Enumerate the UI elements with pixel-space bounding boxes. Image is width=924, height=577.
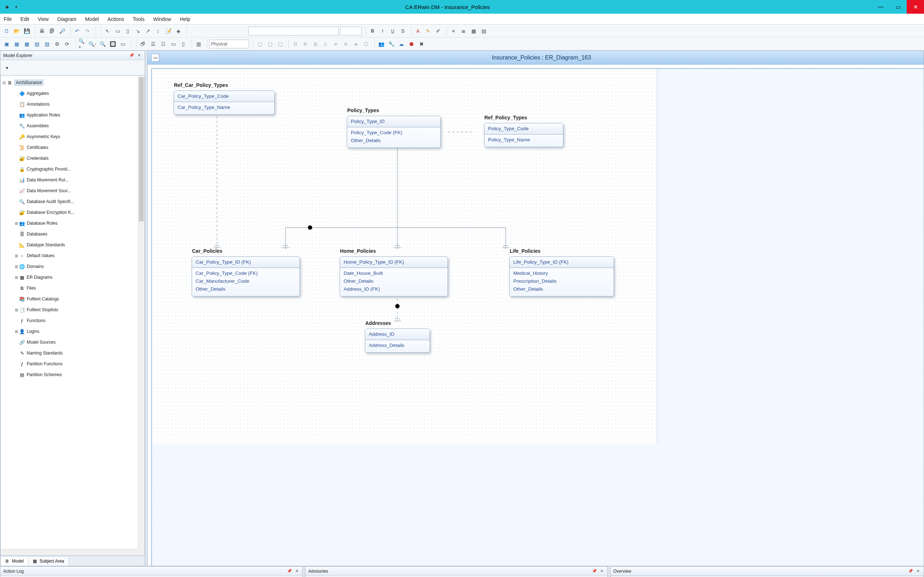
tree-expander[interactable]: ⊞ <box>14 308 19 312</box>
tree-expander[interactable]: ⊟ <box>2 81 6 85</box>
tree-expander[interactable]: ⊞ <box>14 329 19 334</box>
tree-node[interactable]: 🔐Credentials <box>2 153 144 164</box>
grid-icon[interactable]: ▤ <box>479 27 488 35</box>
diagram-menu-icon[interactable]: ▭ <box>151 54 159 62</box>
db-icon-7[interactable]: ⎈ <box>352 40 360 48</box>
minimize-button[interactable]: — <box>872 0 889 14</box>
tree-node[interactable]: 🗄Databases <box>2 229 144 239</box>
window-2-icon[interactable]: ▯ <box>179 40 188 48</box>
tile-h-icon[interactable]: ☰ <box>149 40 157 48</box>
tree-node[interactable]: ✎Naming Standards <box>2 348 144 358</box>
tree-node[interactable]: 📜Certificates <box>2 142 144 153</box>
line-style-icon[interactable]: ≣ <box>459 27 468 35</box>
new-icon[interactable]: 🗋 <box>2 27 11 35</box>
tree-scrollbar-h[interactable] <box>1 549 138 555</box>
entity-life-policies[interactable]: Life_Policies Life_Policy_Type_ID (FK) M… <box>509 256 614 297</box>
tree-node[interactable]: 🔒Cryptographic Provid... <box>2 164 144 174</box>
tree-node[interactable]: ⊞👤Logins <box>2 326 144 337</box>
tree-node[interactable]: ƒPartition Functions <box>2 358 144 369</box>
tree-node[interactable]: 📊Data Movement Rul... <box>2 174 144 185</box>
display-level-icon[interactable]: ▣ <box>2 40 11 48</box>
zoom-100-icon[interactable]: 🔲 <box>108 40 117 48</box>
tile-v-icon[interactable]: ☷ <box>159 40 168 48</box>
model-level-combo[interactable]: Physical <box>209 40 249 48</box>
window-1-icon[interactable]: ▭ <box>169 40 178 48</box>
tree-node[interactable]: ⊞▦ER Diagrams <box>2 272 144 283</box>
db-icon-1[interactable]: ⎙ <box>291 40 300 48</box>
entity-ref-policy-types[interactable]: Ref_Policy_Types Policy_Type_Code Policy… <box>484 123 564 147</box>
tree-node[interactable]: 📐Datatype Standards <box>2 239 144 250</box>
qat-icon-1[interactable]: ▾ <box>13 3 19 10</box>
line-color-icon[interactable]: ✐ <box>434 27 443 35</box>
tree-node[interactable]: 📈Data Movement Sour... <box>2 185 144 196</box>
fe-icon-3[interactable]: ▢ <box>276 40 284 48</box>
tree-node[interactable]: ⊞🌐Domains <box>2 261 144 272</box>
pin-icon[interactable]: 📌 <box>129 53 135 58</box>
entity-icon[interactable]: ▭ <box>113 27 122 35</box>
zoom-fit-icon[interactable]: 🔍 <box>98 40 107 48</box>
db-icon-4[interactable]: ⎌ <box>321 40 330 48</box>
tree-node[interactable]: 📋Annotations <box>2 99 144 110</box>
tree-node[interactable]: 📚Fulltext Catalogs <box>2 293 144 305</box>
db-icon-2[interactable]: ⎘ <box>301 40 310 48</box>
tree-node[interactable]: 🔍Database Audit Specifi... <box>2 196 144 207</box>
underline-icon[interactable]: U <box>388 27 397 35</box>
tree-expander[interactable]: ⊞ <box>14 253 19 258</box>
tab-subject-area[interactable]: ▦Subject Area <box>28 556 69 566</box>
tree-node[interactable]: ▤Partition Schemes <box>2 369 144 380</box>
many-rel-icon[interactable]: ↕ <box>154 27 162 35</box>
entity-home-policies[interactable]: Home_Policies Home_Policy_Type_ID (FK) D… <box>340 256 448 297</box>
print-preview-icon[interactable]: 🗐 <box>48 27 56 35</box>
fill-color-icon[interactable]: ✎ <box>424 27 432 35</box>
zoom-area-icon[interactable]: ▭ <box>118 40 127 48</box>
tree-node[interactable]: 🔗Model Sources <box>2 337 144 348</box>
entity-ref-car-policy-types[interactable]: Ref_Car_Policy_Types Car_Policy_Type_Cod… <box>174 90 275 115</box>
advisories-header[interactable]: Advisories 📌 ✕ <box>305 567 607 576</box>
align-icon[interactable]: ≡ <box>449 27 458 35</box>
mart-icon-1[interactable]: 👥 <box>377 40 386 48</box>
diagram-header[interactable]: ▭ Insurance_Policies : ER_Diagram_163 <box>148 51 924 64</box>
model-explorer-header[interactable]: Model Explorer 📌 ✕ <box>0 51 145 60</box>
fill-style-icon[interactable]: ▦ <box>469 27 478 35</box>
view-entity-icon[interactable]: ▯ <box>123 27 132 35</box>
identifying-rel-icon[interactable]: ↘ <box>134 27 142 35</box>
fe-icon-1[interactable]: ▢ <box>255 40 264 48</box>
refresh-icon[interactable]: ⟳ <box>63 40 71 48</box>
save-icon[interactable]: 💾 <box>23 27 31 35</box>
tree-node[interactable]: 🔧Assemblies <box>2 121 144 131</box>
annotation-icon[interactable]: 📝 <box>164 27 173 35</box>
mart-icon-3[interactable]: ☁ <box>397 40 406 48</box>
menu-view[interactable]: View <box>38 16 49 22</box>
menu-help[interactable]: Help <box>180 16 190 22</box>
panel-close-icon[interactable]: ✕ <box>915 568 921 574</box>
strike-icon[interactable]: S <box>399 27 407 35</box>
tree-node[interactable]: 🔐Database Encryption K... <box>2 207 144 218</box>
menu-model[interactable]: Model <box>85 16 99 22</box>
nonidentifying-rel-icon[interactable]: ↗ <box>144 27 152 35</box>
theme-icon[interactable]: ▥ <box>194 40 203 48</box>
mart-icon-4[interactable]: ⬢ <box>407 40 416 48</box>
tree-node[interactable]: 🔷Aggregates <box>2 88 144 99</box>
open-icon[interactable]: 📂 <box>12 27 21 35</box>
text-color-icon[interactable]: A <box>414 27 422 35</box>
menu-window[interactable]: Window <box>153 16 171 22</box>
find-icon[interactable]: 🔎 <box>58 27 66 35</box>
redo-icon[interactable]: ↷ <box>83 27 92 35</box>
pin-icon[interactable]: 📌 <box>908 568 914 574</box>
tree-expander[interactable]: ⊞ <box>14 275 19 280</box>
tree-node[interactable]: ƒFunctions <box>2 315 144 326</box>
menu-file[interactable]: File <box>3 16 12 22</box>
maximize-button[interactable]: ▭ <box>889 0 907 14</box>
tree-node[interactable]: ⊞👥Database Roles <box>2 218 144 229</box>
fontsize-combo[interactable] <box>340 27 362 35</box>
tree-scrollbar-v[interactable] <box>138 76 144 549</box>
tab-model[interactable]: 🗎Model <box>0 556 29 566</box>
diagram-canvas[interactable]: Ref_Car_Policy_Types Car_Policy_Type_Cod… <box>152 69 924 566</box>
font-combo[interactable] <box>248 27 339 35</box>
panel-close-icon[interactable]: ✕ <box>294 568 300 574</box>
mart-icon-2[interactable]: 🔧 <box>387 40 396 48</box>
zoom-in-icon[interactable]: 🔍+ <box>78 40 87 48</box>
config-icon[interactable]: ⚙ <box>53 40 61 48</box>
tree-node[interactable]: ⊞📑Fulltext Stoplists <box>2 305 144 315</box>
db-icon-8[interactable]: ⎔ <box>362 40 370 48</box>
